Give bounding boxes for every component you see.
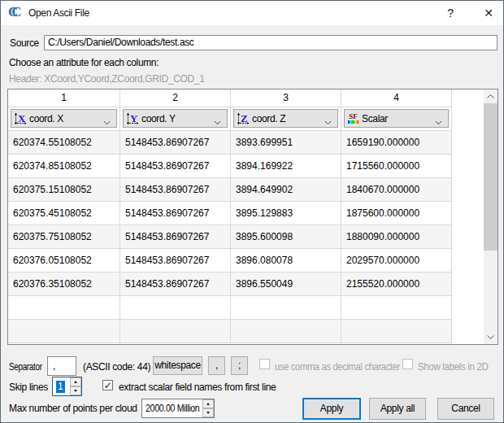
table-cell[interactable]: [341, 320, 452, 343]
choose-attribute-label: Choose an attribute for each column:: [9, 57, 159, 68]
spin-up-icon[interactable]: [202, 399, 214, 408]
table-cell[interactable]: 1715560.000000: [341, 155, 452, 178]
show-labels-label: Show labels in 2D: [418, 361, 489, 373]
use-comma-checkbox[interactable]: [259, 359, 270, 369]
table-cell[interactable]: 1880090.000000: [341, 225, 452, 249]
scroll-down-icon[interactable]: [484, 330, 497, 344]
column-attribute-select[interactable]: Z coord. Z: [233, 109, 338, 128]
spin-down-icon[interactable]: [70, 386, 81, 395]
table-cell[interactable]: 3896.080078: [231, 249, 341, 273]
extract-scalar-checkbox[interactable]: ✓: [102, 380, 113, 390]
attribute-label: coord. Z: [252, 113, 285, 124]
table-cell[interactable]: [8, 320, 120, 343]
svg-text:Z: Z: [241, 112, 248, 124]
skip-lines-spinbox[interactable]: 1: [52, 377, 82, 396]
table-row: [8, 296, 484, 320]
table-row: 620375.751080525148453.869072673895.6000…: [8, 225, 484, 249]
table-cell[interactable]: [120, 320, 231, 343]
table-cell[interactable]: 1840670.000000: [341, 178, 452, 202]
table-cell[interactable]: 3894.649902: [231, 178, 341, 202]
x-coord-icon: X: [14, 112, 27, 125]
table-cell[interactable]: 1659190.000000: [341, 131, 452, 155]
table-cell[interactable]: [231, 320, 341, 343]
scrollbar-thumb[interactable]: [484, 103, 497, 251]
table-cell[interactable]: [8, 296, 120, 320]
table-cell[interactable]: 2155520.000000: [341, 273, 452, 296]
window-title: Open Ascii File: [28, 7, 89, 19]
table-cell[interactable]: 2029570.000000: [341, 249, 452, 273]
apply-all-button[interactable]: Apply all: [369, 398, 426, 420]
open-ascii-file-dialog: CC Open Ascii File ? ✕ Source C:/Users/D…: [0, 0, 504, 423]
column-attribute-select[interactable]: Y coord. Y: [123, 109, 228, 128]
separator-input[interactable]: ,: [47, 356, 76, 376]
extract-scalar-label: extract scalar field names from first li…: [119, 382, 276, 393]
table-cell[interactable]: 5148453.86907267: [120, 155, 231, 178]
apply-button[interactable]: Apply: [302, 398, 361, 420]
table-cell[interactable]: 5148453.86907267: [120, 225, 231, 249]
column-number[interactable]: 3: [231, 89, 341, 107]
table-cell[interactable]: 5148453.86907267: [120, 131, 231, 155]
table-cell[interactable]: 620375.75108052: [8, 225, 120, 249]
help-button[interactable]: ?: [438, 1, 463, 25]
show-labels-checkbox[interactable]: [402, 359, 413, 369]
table-cell[interactable]: 5148453.86907267: [120, 249, 231, 273]
separator-label: Separator: [9, 361, 42, 373]
cancel-button[interactable]: Cancel: [437, 398, 494, 420]
z-coord-icon: Z: [237, 112, 250, 125]
table-cell[interactable]: 620374.85108052: [8, 155, 120, 178]
table-cell[interactable]: 3895.600098: [231, 225, 341, 249]
semicolon-button[interactable]: ;: [231, 356, 248, 375]
chevron-down-icon: [435, 116, 442, 128]
table-cell[interactable]: 620376.05108052: [8, 249, 120, 273]
table-cell[interactable]: 3896.550049: [231, 273, 341, 296]
column-attribute-select[interactable]: X coord. X: [11, 109, 117, 128]
table-cell[interactable]: 3895.129883: [231, 202, 341, 225]
table-cell[interactable]: 3894.169922: [231, 155, 341, 178]
chevron-down-icon: [103, 116, 111, 128]
comma-button[interactable]: ,: [208, 356, 225, 375]
column-number[interactable]: 2: [120, 89, 231, 107]
table-cell[interactable]: [120, 296, 231, 320]
cloudcompare-logo-icon: CC: [8, 5, 26, 20]
table-cell[interactable]: 3893.699951: [231, 131, 341, 155]
vertical-scrollbar[interactable]: [484, 89, 497, 344]
attribute-table: 1234 X coord. X Y coord. Y Z coord. ZSFS…: [7, 89, 498, 345]
chevron-down-icon: [214, 116, 221, 128]
table-cell[interactable]: 620375.45108052: [8, 202, 120, 225]
skip-lines-value: 1: [56, 381, 65, 393]
svg-text:Y: Y: [130, 112, 138, 124]
table-cell[interactable]: [341, 296, 452, 320]
table-row: 620376.351080525148453.869072673896.5500…: [8, 273, 484, 296]
close-button[interactable]: ✕: [476, 1, 501, 25]
column-number[interactable]: 1: [8, 89, 120, 107]
skip-lines-label: Skip lines: [9, 382, 48, 393]
table-cell[interactable]: [231, 296, 341, 320]
table-cell[interactable]: 620374.55108052: [8, 131, 120, 155]
source-input[interactable]: C:/Users/Daniel/Downloads/test.asc: [44, 35, 497, 50]
spin-down-icon[interactable]: [202, 408, 214, 417]
attribute-label: coord. X: [29, 113, 63, 124]
whitespace-button[interactable]: whitespace: [153, 356, 202, 375]
table-row: [8, 320, 484, 343]
table-cell[interactable]: 620376.35108052: [8, 273, 120, 296]
table-cell[interactable]: 1875600.000000: [341, 202, 452, 225]
table-row: 620375.151080525148453.869072673894.6499…: [8, 178, 484, 202]
title-bar: CC Open Ascii File ? ✕: [1, 1, 503, 25]
scroll-up-icon[interactable]: [484, 89, 497, 103]
attribute-label: coord. Y: [141, 113, 176, 124]
table-row: 620376.051080525148453.869072673896.0800…: [8, 249, 484, 273]
column-number[interactable]: 4: [341, 89, 452, 107]
y-coord-icon: Y: [126, 112, 139, 125]
table-cell[interactable]: 5148453.86907267: [120, 273, 231, 296]
table-cell[interactable]: 620375.15108052: [8, 178, 120, 202]
table-row: 620374.851080525148453.869072673894.1699…: [8, 155, 484, 178]
max-points-value: 2000.00 Million: [146, 403, 199, 414]
table-cell[interactable]: 5148453.86907267: [120, 178, 231, 202]
table-cell[interactable]: 5148453.86907267: [120, 202, 231, 225]
max-points-spinbox[interactable]: 2000.00 Million: [141, 399, 215, 418]
table-row: 620375.451080525148453.869072673895.1298…: [8, 202, 484, 225]
attribute-table-grid: 1234 X coord. X Y coord. Y Z coord. ZSFS…: [8, 89, 484, 344]
column-attribute-select[interactable]: SFScalar: [344, 109, 449, 128]
svg-text:X: X: [18, 112, 26, 124]
spin-up-icon[interactable]: [70, 377, 81, 386]
